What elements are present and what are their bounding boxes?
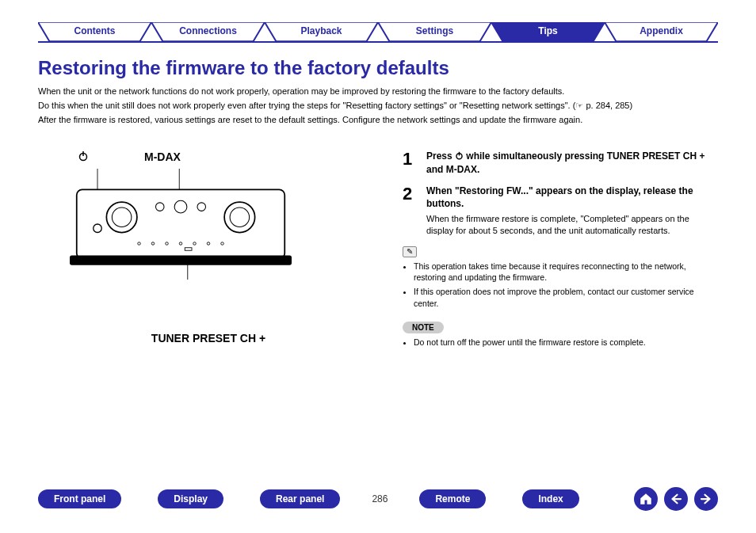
step-2: 2 When "Restoring FW..." appears on the …: [403, 185, 718, 237]
power-icon: [455, 151, 464, 164]
intro-p2: Do this when the unit still does not wor…: [38, 100, 718, 112]
home-button[interactable]: [634, 487, 658, 511]
tab-label: Playback: [300, 25, 342, 36]
intro-p3: After the firmware is restored, various …: [38, 114, 718, 126]
top-nav: Contents Connections Playback Settings T…: [38, 22, 718, 43]
step-2-sub: When the firmware restore is complete, "…: [426, 213, 718, 237]
home-icon: [639, 492, 653, 506]
prev-page-button[interactable]: [664, 487, 688, 511]
step-2-title: When "Restoring FW..." appears on the di…: [426, 185, 718, 210]
pencil-note-icon: ✎: [403, 246, 417, 257]
tab-appendix[interactable]: Appendix: [605, 22, 718, 41]
note-label: NOTE: [403, 322, 444, 333]
tab-label: Appendix: [640, 25, 683, 36]
label-tuner-preset: TUNER PRESET CH +: [38, 332, 379, 345]
note-bullet: Do not turn off the power until the firm…: [414, 337, 718, 348]
main-content: M-DAX: [38, 150, 718, 351]
next-page-button[interactable]: [694, 487, 718, 511]
steps-column: 1 Press while simultaneously pressing TU…: [403, 150, 718, 351]
note-bullets: Do not turn off the power until the firm…: [403, 337, 718, 348]
tip-bullet: This operation takes time because it req…: [414, 261, 718, 283]
tip-bullet: If this operation does not improve the p…: [414, 286, 718, 308]
arrow-left-icon: [669, 492, 683, 506]
tab-label: Connections: [179, 25, 237, 36]
receiver-illustration-icon: [38, 169, 323, 280]
tip-bullets: This operation takes time because it req…: [403, 261, 718, 309]
diagram-column: M-DAX: [38, 150, 379, 351]
tab-settings[interactable]: Settings: [378, 22, 491, 41]
intro-text: When the unit or the network functions d…: [38, 86, 718, 128]
tab-playback[interactable]: Playback: [265, 22, 378, 41]
intro-p1: When the unit or the network functions d…: [38, 86, 718, 97]
nav-index[interactable]: Index: [522, 489, 578, 508]
nav-front-panel[interactable]: Front panel: [38, 489, 121, 508]
svg-rect-12: [70, 255, 292, 265]
nav-remote[interactable]: Remote: [419, 489, 486, 508]
step-number: 2: [403, 185, 417, 237]
tab-contents[interactable]: Contents: [38, 22, 151, 41]
arrow-right-icon: [699, 492, 713, 506]
tab-label: Contents: [74, 25, 116, 36]
tab-connections[interactable]: Connections: [151, 22, 265, 41]
nav-display[interactable]: Display: [158, 489, 223, 508]
page-title: Restoring the firmware to the factory de…: [38, 57, 449, 79]
label-mdax: M-DAX: [144, 150, 181, 164]
page-number: 286: [372, 493, 388, 504]
device-diagram: [38, 169, 379, 303]
step-1-title: Press while simultaneously pressing TUNE…: [426, 150, 718, 176]
power-icon: [78, 150, 89, 164]
tab-label: Settings: [416, 25, 453, 36]
tab-label: Tips: [538, 25, 557, 36]
nav-rear-panel[interactable]: Rear panel: [260, 489, 340, 508]
tab-tips[interactable]: Tips: [491, 22, 605, 41]
bottom-nav: Front panel Display Rear panel 286 Remot…: [38, 487, 718, 511]
step-1: 1 Press while simultaneously pressing TU…: [403, 150, 718, 176]
step-number: 1: [403, 150, 417, 176]
